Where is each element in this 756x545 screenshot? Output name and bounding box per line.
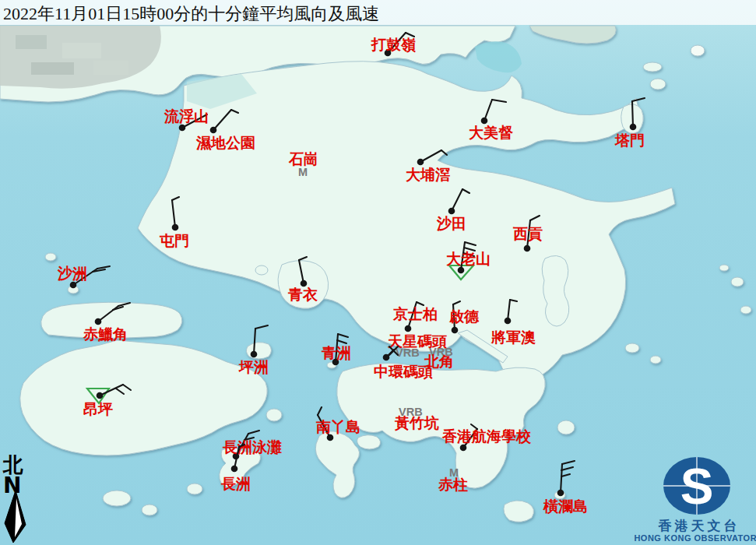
station-note: M xyxy=(298,166,308,178)
land-soko-1 xyxy=(103,490,131,506)
station-label: 赤柱 xyxy=(438,476,468,493)
station-label: 打鼓嶺 xyxy=(371,37,416,53)
station-label: 長洲泳灘 xyxy=(222,439,282,455)
station-label: 中環碼頭 xyxy=(374,364,433,380)
land-basalt-island xyxy=(650,356,661,364)
land-tung-lung xyxy=(557,420,575,434)
station-label: 塔門 xyxy=(614,132,645,149)
station-label: 京士柏 xyxy=(392,306,438,322)
land-po-toi xyxy=(504,501,534,522)
station-dot-icon xyxy=(481,118,488,125)
station-dot-icon xyxy=(458,267,465,274)
station-dot-icon xyxy=(70,282,77,289)
hko-logo-monogram: S xyxy=(680,459,714,515)
station-dot-icon xyxy=(231,466,238,473)
land-bluff-island xyxy=(625,343,639,353)
station-dot-icon xyxy=(524,245,531,252)
station-dot-icon xyxy=(95,318,102,325)
land-ninepin-2 xyxy=(740,306,751,314)
station-dot-icon xyxy=(251,351,258,358)
land-soko-2 xyxy=(142,505,157,515)
hko-logo-chinese: 香港天文台 xyxy=(658,518,740,533)
station-label: 香港航海學校 xyxy=(441,428,532,445)
land-ma-wan xyxy=(255,265,268,275)
station-label: 西貢 xyxy=(512,226,543,242)
station-dot-icon xyxy=(557,490,564,497)
station-dot-icon xyxy=(97,392,104,399)
station-label: 沙田 xyxy=(436,216,466,232)
land-grass-island xyxy=(650,79,666,90)
hko-logo-english: HONG KONG OBSERVATORY xyxy=(634,533,756,543)
land-port-island xyxy=(691,45,705,56)
station-dot-icon xyxy=(630,124,637,131)
land-shek-kwu-chau xyxy=(187,483,202,494)
station-dot-icon xyxy=(179,125,186,132)
station-label: 黃竹坑 xyxy=(394,415,439,431)
station-ta-kwu-ling: 打鼓嶺 xyxy=(371,33,416,56)
station-dot-icon xyxy=(448,208,455,215)
land-ninepin-3 xyxy=(719,265,729,271)
station-dot-icon xyxy=(405,325,412,332)
wind-barb-icon xyxy=(632,101,633,127)
station-label: 大美督 xyxy=(469,125,513,141)
north-letter-label: N xyxy=(3,473,21,498)
station-label: 赤鱲角 xyxy=(83,326,128,343)
station-label: 昂坪 xyxy=(83,401,113,417)
station-label: 南丫島 xyxy=(315,419,360,435)
station-dot-icon xyxy=(383,354,390,361)
land-ap-lei-chau xyxy=(357,435,381,449)
station-label: 石崗 xyxy=(288,151,318,167)
station-dot-icon xyxy=(460,445,467,452)
station-label: 坪洲 xyxy=(238,359,269,375)
land-crooked-island xyxy=(643,62,662,72)
station-dot-icon xyxy=(210,127,217,134)
station-label: 將軍澳 xyxy=(491,329,536,346)
wind-map-page: 2022年11月01日15時00分的十分鐘平均風向及風速 打鼓嶺流浮山濕地公園M… xyxy=(0,0,756,545)
station-dot-icon xyxy=(172,224,179,231)
station-dot-icon xyxy=(301,280,308,287)
land-lung-kwu-chau xyxy=(45,253,56,261)
station-label: 流浮山 xyxy=(164,108,209,125)
station-label: 屯門 xyxy=(159,233,189,249)
station-label: 沙洲 xyxy=(57,265,87,282)
station-dot-icon xyxy=(505,318,512,325)
station-label: 啟德 xyxy=(448,308,480,325)
station-label: 橫瀾島 xyxy=(543,498,588,515)
station-label: 濕地公園 xyxy=(195,135,255,151)
map-title: 2022年11月01日15時00分的十分鐘平均風向及風速 xyxy=(3,4,379,23)
station-label: 青衣 xyxy=(287,287,318,303)
land-ninepin-1 xyxy=(731,277,744,287)
map-svg: 2022年11月01日15時00分的十分鐘平均風向及風速 打鼓嶺流浮山濕地公園M… xyxy=(0,0,756,545)
station-label: 大埔滘 xyxy=(406,167,450,183)
station-dot-icon xyxy=(452,327,459,334)
station-label: 大老山 xyxy=(446,251,491,267)
station-dot-icon xyxy=(417,159,424,166)
land-peng-chau xyxy=(246,343,271,359)
land-hei-ling-chau xyxy=(266,409,282,421)
station-label: 長洲 xyxy=(220,476,251,492)
station-label: 青洲 xyxy=(321,345,351,361)
